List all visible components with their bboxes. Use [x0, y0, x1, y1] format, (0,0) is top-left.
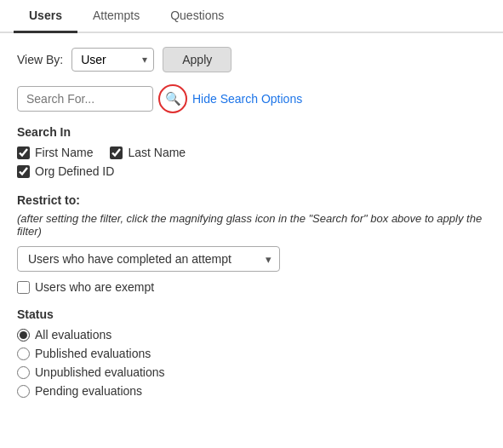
checkbox-last-name-label[interactable]: Last Name — [128, 146, 186, 159]
radio-all-evaluations-label[interactable]: All evaluations — [35, 328, 111, 342]
radio-unpublished-row: Unpublished evaluations — [17, 365, 486, 379]
radio-all-evaluations[interactable] — [17, 329, 30, 342]
checkbox-last-name[interactable] — [110, 146, 123, 159]
tab-questions[interactable]: Questions — [155, 0, 239, 33]
apply-button[interactable]: Apply — [163, 47, 231, 72]
view-by-label: View By: — [17, 53, 63, 66]
checkbox-org-id-row: Org Defined ID — [17, 164, 486, 178]
restrict-to-label: Restrict to: — [17, 193, 486, 207]
restrict-hint: (after setting the filter, click the mag… — [17, 212, 486, 238]
checkbox-exempt[interactable] — [17, 281, 30, 294]
exempt-checkbox-row: Users who are exempt — [17, 280, 486, 294]
radio-pending-evaluations-label[interactable]: Pending evaluations — [35, 384, 142, 398]
search-input[interactable] — [17, 86, 153, 112]
search-in-label: Search In — [17, 125, 486, 139]
search-row: 🔍 Hide Search Options — [17, 84, 486, 113]
view-by-select-wrapper: User Attempt Question — [71, 48, 154, 72]
restrict-dropdown-wrapper: Users who have completed an attempt User… — [17, 246, 280, 272]
checkbox-last-name-row: Last Name — [110, 146, 186, 159]
checkbox-first-name-row: First Name — [17, 146, 93, 159]
checkbox-exempt-label[interactable]: Users who are exempt — [35, 280, 154, 294]
checkbox-org-defined-id[interactable] — [17, 165, 30, 178]
search-icon: 🔍 — [165, 91, 181, 106]
radio-unpublished-evaluations-label[interactable]: Unpublished evaluations — [35, 365, 165, 379]
status-label: Status — [17, 307, 486, 321]
restrict-dropdown[interactable]: Users who have completed an attempt User… — [17, 246, 280, 272]
radio-published-evaluations-label[interactable]: Published evaluations — [35, 347, 151, 360]
search-icon-button[interactable]: 🔍 — [158, 84, 187, 113]
tab-attempts[interactable]: Attempts — [77, 0, 155, 33]
search-in-section: Search In First Name Last Name Org Defin… — [17, 125, 486, 178]
radio-unpublished-evaluations[interactable] — [17, 366, 30, 379]
view-by-select[interactable]: User Attempt Question — [71, 48, 154, 72]
radio-all-evaluations-row: All evaluations — [17, 328, 486, 342]
radio-pending-evaluations[interactable] — [17, 385, 30, 398]
checkbox-org-defined-id-label[interactable]: Org Defined ID — [35, 164, 114, 178]
main-content: View By: User Attempt Question Apply 🔍 H… — [0, 33, 503, 416]
search-in-checkboxes-row1: First Name Last Name — [17, 146, 486, 164]
radio-published-row: Published evaluations — [17, 347, 486, 360]
restrict-section: Restrict to: (after setting the filter, … — [17, 193, 486, 294]
tab-bar: Users Attempts Questions — [0, 0, 503, 33]
tab-users[interactable]: Users — [14, 0, 77, 33]
checkbox-first-name-label[interactable]: First Name — [35, 146, 93, 159]
status-section: Status All evaluations Published evaluat… — [17, 307, 486, 398]
hide-search-options-link[interactable]: Hide Search Options — [192, 92, 302, 106]
checkbox-first-name[interactable] — [17, 146, 30, 159]
radio-published-evaluations[interactable] — [17, 347, 30, 360]
view-by-row: View By: User Attempt Question Apply — [17, 47, 486, 72]
radio-pending-row: Pending evaluations — [17, 384, 486, 398]
